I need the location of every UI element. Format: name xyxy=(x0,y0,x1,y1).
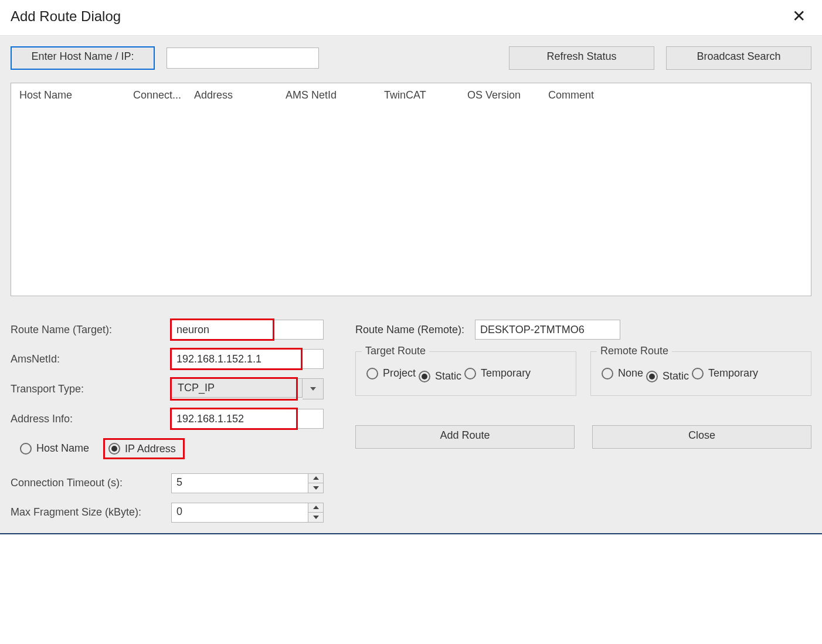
radio-label: Temporary xyxy=(708,367,758,379)
dialog-title: Add Route Dialog xyxy=(11,8,121,25)
address-mode-ip-address-radio[interactable]: IP Address xyxy=(108,443,176,455)
remote-route-temporary-radio[interactable]: Temporary xyxy=(692,367,758,379)
remote-route-none-radio[interactable]: None xyxy=(602,367,643,379)
max-fragment-size-stepper[interactable]: 0 xyxy=(171,503,324,523)
radio-label: IP Address xyxy=(125,443,176,455)
host-list-header: Host Name Connect... Address AMS NetId T… xyxy=(11,83,811,107)
enter-host-button[interactable]: Enter Host Name / IP: xyxy=(11,46,155,70)
radio-icon xyxy=(419,371,430,382)
radio-icon xyxy=(366,368,378,379)
col-twincat[interactable]: TwinCAT xyxy=(381,89,464,101)
close-button[interactable]: Close xyxy=(592,425,811,449)
radio-icon xyxy=(108,443,120,455)
radio-label: Static xyxy=(663,370,689,382)
radio-icon xyxy=(602,368,613,379)
transport-type-label: Transport Type: xyxy=(11,383,171,395)
col-comment[interactable]: Comment xyxy=(545,89,806,101)
titlebar: Add Route Dialog ✕ xyxy=(0,0,822,35)
radio-label: Static xyxy=(435,370,461,382)
col-address[interactable]: Address xyxy=(191,89,282,101)
group-legend: Remote Route xyxy=(597,345,672,357)
connection-timeout-label: Connection Timeout (s): xyxy=(11,477,171,489)
target-route-static-radio[interactable]: Static xyxy=(419,370,461,382)
remote-route-static-radio[interactable]: Static xyxy=(646,370,689,382)
connection-timeout-stepper[interactable]: 5 xyxy=(171,473,324,493)
broadcast-search-button[interactable]: Broadcast Search xyxy=(666,46,811,70)
spin-down-icon[interactable] xyxy=(308,483,323,493)
col-os-version[interactable]: OS Version xyxy=(464,89,545,101)
refresh-status-button[interactable]: Refresh Status xyxy=(509,46,654,70)
add-route-button[interactable]: Add Route xyxy=(355,425,575,449)
group-legend: Target Route xyxy=(362,345,429,357)
amsnetid-field[interactable] xyxy=(171,349,324,369)
spin-down-icon[interactable] xyxy=(308,512,323,522)
transport-type-select[interactable]: TCP_IP xyxy=(171,378,324,399)
transport-type-value: TCP_IP xyxy=(171,378,303,398)
col-host-name[interactable]: Host Name xyxy=(16,89,130,101)
host-list[interactable]: Host Name Connect... Address AMS NetId T… xyxy=(11,83,811,296)
spin-up-icon[interactable] xyxy=(308,503,323,513)
route-name-remote-label: Route Name (Remote): xyxy=(355,324,464,336)
radio-label: Host Name xyxy=(36,442,89,455)
route-name-target-field[interactable] xyxy=(171,320,324,340)
spin-up-icon[interactable] xyxy=(308,474,323,483)
radio-label: None xyxy=(618,367,643,379)
col-connected[interactable]: Connect... xyxy=(130,89,191,101)
chevron-down-icon[interactable] xyxy=(303,378,324,399)
address-info-field[interactable] xyxy=(171,409,324,429)
radio-icon xyxy=(692,368,704,379)
route-name-remote-field[interactable] xyxy=(475,320,620,340)
top-row: Enter Host Name / IP: Refresh Status Bro… xyxy=(11,46,811,70)
amsnetid-label: AmsNetId: xyxy=(11,353,171,365)
radio-label: Project xyxy=(383,367,416,379)
radio-icon xyxy=(20,443,32,455)
target-route-temporary-radio[interactable]: Temporary xyxy=(464,367,531,379)
col-ams-netid[interactable]: AMS NetId xyxy=(282,89,381,101)
remote-route-group: Remote Route None Static Temporary xyxy=(590,351,811,396)
radio-label: Temporary xyxy=(481,367,531,379)
add-route-dialog: Add Route Dialog ✕ Enter Host Name / IP:… xyxy=(0,0,822,534)
max-fragment-size-label: Max Fragment Size (kByte): xyxy=(11,506,171,518)
max-fragment-size-value[interactable]: 0 xyxy=(171,503,308,523)
close-icon[interactable]: ✕ xyxy=(786,6,811,27)
radio-icon xyxy=(646,371,658,382)
connection-timeout-value[interactable]: 5 xyxy=(171,473,308,493)
radio-icon xyxy=(464,368,476,379)
host-input[interactable] xyxy=(167,48,319,69)
target-route-project-radio[interactable]: Project xyxy=(366,367,416,379)
address-mode-host-name-radio[interactable]: Host Name xyxy=(20,442,89,455)
route-name-target-label: Route Name (Target): xyxy=(11,324,171,336)
target-route-group: Target Route Project Static Temporary xyxy=(355,351,576,396)
address-info-label: Address Info: xyxy=(11,413,171,425)
